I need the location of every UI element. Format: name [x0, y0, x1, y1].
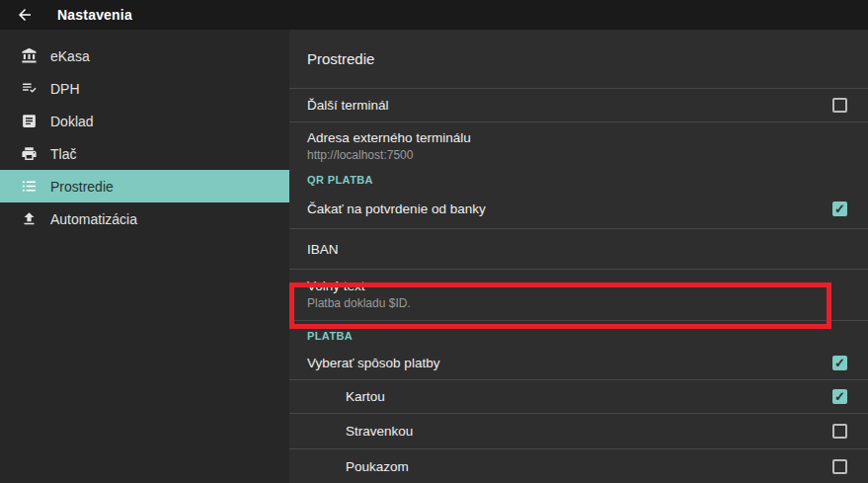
sidebar-item-label: Tlač — [50, 146, 76, 162]
checkbox-vyberat-sposob[interactable] — [832, 356, 847, 370]
pref-title: Poukazom — [346, 459, 409, 474]
printer-icon — [20, 145, 38, 163]
pref-row-cakat-banka[interactable]: Čakať na potvrdenie od banky — [289, 190, 868, 229]
bulleted-list-icon — [20, 178, 38, 196]
back-arrow-icon[interactable] — [16, 5, 36, 25]
checkbox-cakat-banka[interactable] — [832, 201, 847, 216]
checkbox-kartou[interactable] — [832, 389, 847, 404]
pref-title: Vyberať spôsob platby — [307, 356, 439, 370]
checkbox-poukazom[interactable] — [832, 459, 847, 474]
sidebar-item-label: eKasa — [50, 48, 90, 64]
sidebar-item-automatizacia[interactable]: Automatizácia — [0, 202, 289, 235]
checkbox-dalsi-terminal[interactable] — [832, 98, 847, 113]
pref-row-volny-text[interactable]: Volný text Platba dokladu $ID. — [289, 270, 868, 321]
pref-row-vyberat-sposob[interactable]: Vyberať spôsob platby — [289, 346, 868, 380]
sidebar-item-prostredie[interactable]: Prostredie — [0, 170, 289, 202]
sidebar-item-label: Doklad — [50, 114, 94, 129]
app-bar: Nastavenia — [0, 0, 868, 30]
pref-title: Kartou — [346, 389, 385, 404]
checkbox-stravenkou[interactable] — [832, 424, 847, 439]
pref-row-kartou[interactable]: Kartou — [289, 380, 868, 414]
sidebar-item-ekasa[interactable]: eKasa — [0, 40, 289, 72]
pref-value: Platba dokladu $ID. — [307, 296, 411, 310]
section-header-text: PLATBA — [307, 330, 353, 342]
sidebar-item-tlac[interactable]: Tlač — [0, 137, 289, 170]
pref-row-stravenkou[interactable]: Stravenkou — [289, 414, 868, 450]
pref-row-poukazom[interactable]: Poukazom — [289, 449, 868, 483]
pref-title: Stravenkou — [346, 424, 413, 439]
settings-sidebar: eKasa DPH Doklad Tlač Prostredie — [0, 30, 289, 483]
pref-row-adresa-terminalu[interactable]: Adresa externého terminálu http://localh… — [289, 122, 868, 168]
pref-title: Volný text — [307, 279, 411, 293]
section-header-platba: PLATBA — [289, 321, 868, 346]
document-icon — [20, 113, 38, 130]
pref-row-iban[interactable]: IBAN — [289, 229, 868, 269]
page-title: Nastavenia — [57, 7, 132, 23]
pref-title: Adresa externého terminálu — [307, 130, 471, 145]
sidebar-item-label: Prostredie — [50, 179, 114, 195]
settings-content: Prostredie Ďalší terminál Adresa externé… — [289, 30, 868, 483]
section-header-qr-platba: QR PLATBA — [289, 169, 868, 190]
pref-title: Čakať na potvrdenie od banky — [307, 201, 486, 216]
upload-icon — [20, 210, 38, 228]
bank-icon — [20, 47, 38, 65]
sidebar-item-doklad[interactable]: Doklad — [0, 105, 289, 137]
pref-value: http://localhost:7500 — [307, 148, 471, 162]
content-section-title: Prostredie — [289, 30, 868, 89]
sidebar-item-label: Automatizácia — [50, 211, 137, 227]
pref-row-dalsi-terminal[interactable]: Ďalší terminál — [289, 89, 868, 123]
sidebar-item-dph[interactable]: DPH — [0, 72, 289, 105]
pref-title: Ďalší terminál — [307, 98, 389, 113]
list-check-icon — [20, 80, 38, 98]
content-title-text: Prostredie — [307, 50, 374, 67]
section-header-text: QR PLATBA — [307, 174, 373, 186]
sidebar-item-label: DPH — [50, 81, 80, 97]
pref-title: IBAN — [307, 242, 339, 257]
